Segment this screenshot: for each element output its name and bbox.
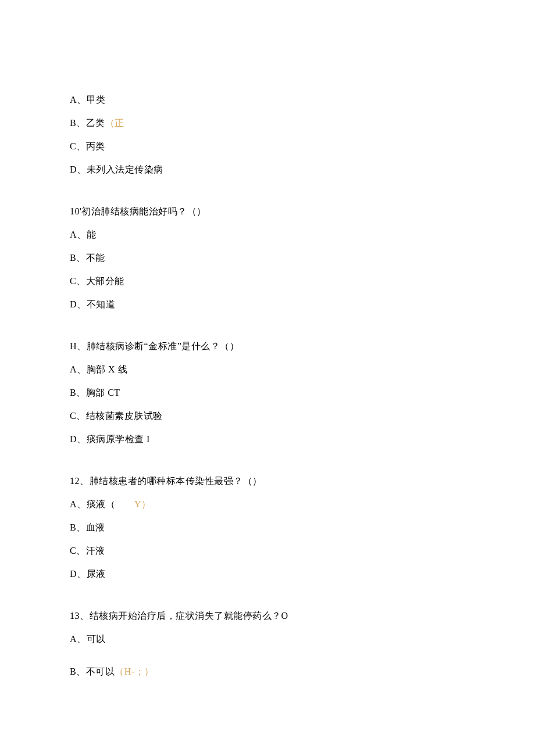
answer-annotation: （正 xyxy=(105,118,124,128)
document-page: A、甲类 B、乙类（正 C、丙类 D、未列入法定传染病 10'初治肺结核病能治好… xyxy=(0,0,535,746)
option-a: A、痰液（ Y） xyxy=(70,497,465,511)
option-a: A、胸部 X 线 xyxy=(70,363,465,377)
question-stem: 10'初治肺结核病能治好吗？（） xyxy=(70,205,465,218)
question-stem: H、肺结核病诊断“金标准”是什么？（） xyxy=(70,339,465,353)
option-a: A、能 xyxy=(70,228,465,242)
option-b: B、胸部 CT xyxy=(70,386,465,400)
option-b: B、不能 xyxy=(70,251,465,265)
option-b: B、不可以（H-；） xyxy=(70,665,465,679)
option-b: B、乙类（正 xyxy=(70,116,465,130)
option-c: C、大部分能 xyxy=(70,274,465,288)
option-b-text: B、不可以 xyxy=(70,667,115,676)
option-c: C、结核菌素皮肤试验 xyxy=(70,409,465,423)
answer-annotation: Y） xyxy=(115,499,151,509)
option-a-text: A、痰液（ xyxy=(70,499,115,509)
option-c: C、丙类 xyxy=(70,139,465,153)
option-a: A、甲类 xyxy=(70,93,465,107)
option-d: D、痰病原学检查 I xyxy=(70,432,465,446)
option-b: B、血液 xyxy=(70,521,465,535)
option-d: D、不知道 xyxy=(70,298,465,311)
option-c: C、汗液 xyxy=(70,544,465,558)
question-stem: 12、肺结核患者的哪种标本传染性最强？（） xyxy=(70,474,465,488)
option-d: D、未列入法定传染病 xyxy=(70,163,465,177)
option-d: D、尿液 xyxy=(70,567,465,581)
question-stem: 13、结核病开始治疗后，症状消失了就能停药么？O xyxy=(70,609,465,623)
answer-annotation: （H-；） xyxy=(115,667,154,676)
option-a: A、可以 xyxy=(70,632,465,646)
option-b-text: B、乙类 xyxy=(70,118,105,128)
